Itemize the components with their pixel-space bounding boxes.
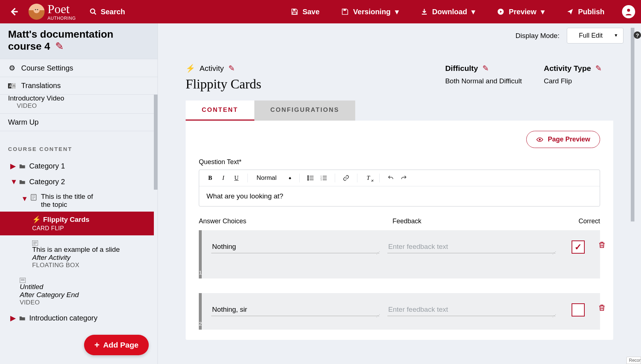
correct-checkbox-1[interactable] [572, 240, 585, 254]
bold-button[interactable]: B [205, 173, 215, 183]
versioning-button[interactable]: Versioning ▾ [330, 7, 409, 16]
sidebar-scroll[interactable]: ▣ Introductory Video VIDEO Warm Up COURS… [0, 95, 158, 364]
search-label: Search [100, 8, 125, 16]
eye-icon [536, 137, 543, 142]
answer-input-1[interactable] [211, 240, 379, 253]
logo-title: Poet [48, 3, 76, 15]
search-button[interactable]: Search [90, 8, 125, 16]
italic-button[interactable]: I [218, 173, 228, 183]
editor-toolbar: B I U Normal 123 [199, 170, 600, 186]
folder-icon [19, 179, 26, 185]
course-title: Matt's documentation course 4 ✎ [0, 23, 158, 59]
page-preview-button[interactable]: Page Preview [526, 131, 600, 148]
sidebar-scroll-thumb[interactable] [154, 95, 158, 190]
difficulty-label: Difficulty [445, 64, 478, 73]
delete-choice-1[interactable] [598, 240, 606, 249]
tab-content[interactable]: CONTENT [186, 101, 254, 121]
svg-point-3 [91, 9, 95, 14]
add-page-button[interactable]: + Add Page [84, 335, 149, 355]
feedback-input-2[interactable] [387, 303, 555, 316]
course-settings-link[interactable]: ⚙ Course Settings [0, 59, 158, 77]
account-button[interactable] [622, 5, 635, 18]
svg-text:B: B [13, 84, 15, 88]
intro-category-row[interactable]: ▶ Introduction category [0, 310, 154, 326]
document-icon [31, 193, 37, 201]
active-title: Flippity Cards [43, 216, 90, 223]
clear-format-button[interactable]: T✕ [363, 173, 373, 183]
feedback-input-1[interactable] [387, 240, 555, 253]
difficulty-block: Difficulty✎ Both Normal and Difficult [445, 64, 522, 85]
display-mode-select[interactable]: Full Edit [567, 28, 623, 43]
arrow-left-icon [9, 7, 19, 17]
untitled-title: Untitled [20, 283, 43, 291]
chevron-down-icon: ▼ [21, 193, 26, 203]
section-course-content: COURSE CONTENT [0, 131, 154, 158]
choice-row-2: 2 ⋰ ⋰ [199, 293, 600, 330]
format-select[interactable]: Normal [254, 173, 293, 183]
redo-button[interactable] [399, 173, 409, 183]
app-logo-avatar [29, 4, 45, 20]
resize-icon: ⋰ [376, 251, 380, 255]
topic-row[interactable]: ▼ This is the title of the topic [0, 190, 154, 212]
back-button[interactable] [6, 4, 22, 20]
undo-button[interactable] [386, 173, 396, 183]
drag-handle-2[interactable]: 2 [199, 293, 202, 330]
resize-icon: ⋰ [552, 251, 556, 255]
link-button[interactable] [341, 173, 351, 183]
slide-item[interactable]: This is an example of a slide After Acti… [0, 235, 154, 273]
main-scroll-thumb[interactable] [631, 28, 634, 221]
versioning-label: Versioning [353, 8, 390, 16]
display-mode-value: Full Edit [579, 32, 603, 39]
svg-point-27 [307, 178, 308, 179]
publish-button[interactable]: Publish [555, 8, 615, 16]
category-1-row[interactable]: ▶ Category 1 [0, 158, 154, 174]
svg-point-24 [539, 139, 541, 140]
bullet-list-button[interactable] [306, 173, 316, 183]
question-editor: B I U Normal 123 [199, 170, 600, 206]
activity-type-block: Activity Type✎ Card Flip [544, 64, 613, 85]
tab-configurations[interactable]: CONFIGURATIONS [254, 101, 356, 121]
preview-label: Preview [509, 8, 536, 16]
help-button[interactable]: ? [634, 31, 641, 39]
preview-button[interactable]: Preview ▾ [486, 7, 555, 16]
category-2-label: Category 2 [29, 178, 65, 186]
edit-activity-button[interactable]: ✎ [228, 64, 235, 73]
publish-label: Publish [578, 8, 604, 16]
edit-difficulty-button[interactable]: ✎ [482, 64, 489, 73]
chevron-right-icon: ▶ [10, 162, 15, 170]
svg-point-2 [37, 9, 38, 10]
topic-title: This is the title of the topic [41, 193, 99, 209]
answer-input-2[interactable] [211, 303, 379, 316]
save-button[interactable]: Save [280, 8, 331, 16]
underline-button[interactable]: U [231, 173, 242, 183]
intro-video-title: Introductory Video [8, 95, 64, 102]
intro-video-item[interactable]: ▣ Introductory Video VIDEO [0, 95, 154, 113]
edit-type-button[interactable]: ✎ [595, 64, 602, 73]
untitled-item[interactable]: Untitled After Category End VIDEO [0, 273, 154, 310]
chevron-down-icon: ▾ [395, 7, 399, 16]
course-settings-label: Course Settings [21, 64, 73, 72]
active-flippity-item[interactable]: ⚡Flippity Cards CARD FLIP [0, 212, 154, 235]
save-label: Save [303, 8, 320, 16]
numbered-list-button[interactable]: 123 [319, 173, 329, 183]
category-2-row[interactable]: ▼ Category 2 [0, 174, 154, 190]
warm-up-link[interactable]: Warm Up [0, 113, 154, 131]
chevron-down-icon: ▾ [541, 7, 545, 16]
bolt-icon: ⚡ [186, 64, 195, 73]
download-button[interactable]: Download ▾ [410, 7, 486, 16]
folder-icon [19, 163, 26, 169]
folder-icon [19, 315, 26, 321]
col-correct: Correct [553, 217, 600, 225]
play-circle-icon [497, 8, 504, 15]
type-value: Card Flip [544, 77, 613, 85]
slide-title: This is an example of a slide [32, 246, 120, 253]
correct-checkbox-2[interactable] [572, 303, 585, 316]
app-header: Poet AUTHORING Search Save Versioning ▾ … [0, 0, 641, 23]
chevron-right-icon: ▶ [10, 314, 15, 322]
translations-link[interactable]: AB Translations [0, 77, 158, 95]
edit-title-button[interactable]: ✎ [55, 41, 64, 52]
question-text-input[interactable]: What are you looking at? [199, 186, 600, 206]
delete-choice-2[interactable] [598, 303, 606, 312]
drag-handle-1[interactable]: 1 [199, 230, 202, 278]
difficulty-value: Both Normal and Difficult [445, 77, 522, 85]
